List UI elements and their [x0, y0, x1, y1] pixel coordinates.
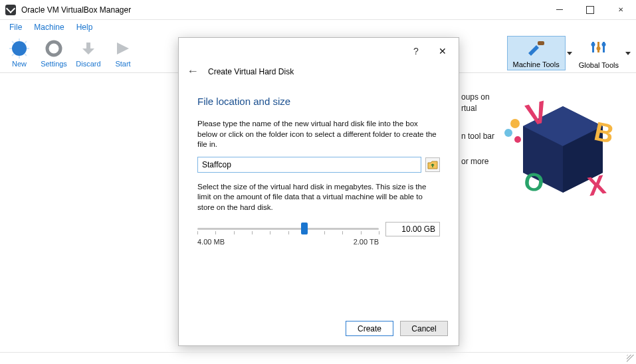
- size-hint: Select the size of the virtual hard disk…: [197, 182, 440, 213]
- file-row: [197, 157, 440, 173]
- toolbar-settings-button[interactable]: Settings: [39, 36, 69, 68]
- global-tools-icon: [588, 39, 609, 56]
- svg-line-8: [12, 54, 14, 56]
- svg-rect-11: [538, 41, 544, 45]
- machine-tools-tab[interactable]: Machine Tools: [507, 36, 566, 70]
- status-bar: [0, 352, 636, 364]
- svg-point-26: [504, 129, 512, 137]
- svg-line-5: [12, 41, 14, 43]
- menu-bar: File Machine Help: [0, 20, 636, 35]
- background-hint-3: or more: [461, 157, 488, 166]
- disk-name-input[interactable]: [197, 157, 421, 173]
- size-slider[interactable]: 10.00 GB: [197, 222, 440, 235]
- toolbar-new-label: New: [12, 60, 27, 68]
- cancel-button[interactable]: Cancel: [400, 321, 448, 336]
- menu-machine[interactable]: Machine: [29, 21, 69, 33]
- start-icon: [112, 38, 134, 59]
- chevron-down-icon: [625, 52, 631, 55]
- svg-point-15: [591, 43, 595, 46]
- window-maximize-button[interactable]: [575, 0, 605, 20]
- slider-ticks: [197, 231, 379, 235]
- machine-tools-dropdown[interactable]: [566, 36, 574, 70]
- svg-line-7: [25, 41, 27, 43]
- new-icon: [9, 38, 30, 59]
- machine-tools-icon: [526, 39, 547, 56]
- slider-track: [197, 228, 379, 230]
- toolbar-new-button[interactable]: New: [4, 36, 35, 68]
- svg-point-10: [51, 46, 56, 51]
- range-min-label: 4.00 MB: [197, 238, 225, 246]
- dialog-footer: Create Cancel: [179, 314, 459, 345]
- window-controls: ✕: [544, 0, 636, 20]
- section-title: File location and size: [197, 96, 440, 107]
- window-title: Oracle VM VirtualBox Manager: [21, 5, 131, 15]
- dialog-close-button[interactable]: ✕: [429, 46, 456, 56]
- window-close-button[interactable]: ✕: [605, 0, 636, 20]
- toolbar-start-label: Start: [115, 60, 130, 68]
- slider-thumb[interactable]: [301, 223, 308, 234]
- svg-point-25: [510, 119, 520, 128]
- toolbar-start-button[interactable]: Start: [108, 36, 138, 68]
- create-button[interactable]: Create: [346, 321, 393, 336]
- dialog-help-button[interactable]: ?: [403, 46, 429, 56]
- window-minimize-button[interactable]: [544, 0, 575, 20]
- svg-point-27: [514, 136, 521, 143]
- range-max-label: 2.00 TB: [354, 238, 379, 246]
- svg-point-16: [596, 46, 600, 50]
- svg-line-6: [25, 54, 27, 56]
- global-tools-tab[interactable]: Global Tools: [574, 36, 624, 70]
- background-hint-2: n tool bar: [461, 132, 494, 141]
- create-disk-dialog: ? ✕ ← Create Virtual Hard Disk File loca…: [178, 37, 459, 346]
- toolbar-settings-label: Settings: [41, 60, 67, 68]
- file-hint: Please type the name of the new virtual …: [197, 119, 440, 150]
- menu-file[interactable]: File: [4, 21, 27, 33]
- svg-point-0: [12, 41, 27, 56]
- folder-up-icon: [427, 160, 438, 169]
- chevron-down-icon: [567, 52, 572, 55]
- discard-icon: [78, 38, 99, 59]
- dialog-titlebar: ? ✕: [179, 38, 459, 64]
- toolbar-discard-button[interactable]: Discard: [73, 36, 104, 68]
- resize-grip[interactable]: [627, 355, 635, 363]
- slider-range-labels: 4.00 MB 2.00 TB: [197, 238, 440, 246]
- right-tools: Machine Tools Global Tools: [507, 36, 632, 70]
- svg-text:B: B: [591, 116, 616, 149]
- dialog-title: Create Virtual Hard Disk: [208, 67, 294, 76]
- toolbar-discard-label: Discard: [76, 60, 100, 68]
- svg-point-17: [601, 43, 605, 46]
- dialog-body: File location and size Please type the n…: [179, 82, 459, 246]
- svg-text:X: X: [585, 169, 608, 201]
- back-arrow-icon[interactable]: ←: [187, 64, 199, 78]
- settings-icon: [43, 38, 64, 59]
- browse-folder-button[interactable]: [425, 157, 440, 172]
- global-tools-dropdown[interactable]: [624, 36, 632, 70]
- app-icon: [5, 5, 16, 15]
- size-value-box[interactable]: 10.00 GB: [385, 222, 440, 236]
- menu-help[interactable]: Help: [71, 21, 98, 33]
- window-titlebar: Oracle VM VirtualBox Manager ✕: [0, 0, 636, 20]
- global-tools-label: Global Tools: [579, 61, 619, 69]
- svg-text:O: O: [522, 167, 546, 197]
- background-hint-1: oups on rtual: [461, 92, 490, 114]
- virtualbox-mascot: V B O X: [503, 80, 623, 213]
- dialog-header: ← Create Virtual Hard Disk: [179, 64, 459, 82]
- machine-tools-label: Machine Tools: [513, 60, 560, 68]
